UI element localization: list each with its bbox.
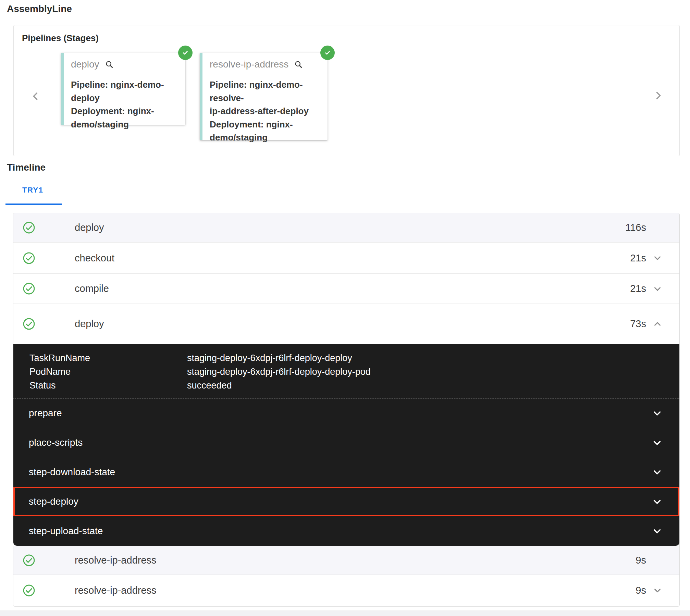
carousel-next-button[interactable] [651,88,666,103]
tab-try1[interactable]: TRY1 [5,182,62,205]
row-label: compile [75,283,109,294]
chevron-up-icon[interactable] [652,318,663,330]
row-duration: 21s [630,252,646,264]
chevron-down-icon[interactable] [652,584,663,596]
field-label: TaskRunName [29,353,187,364]
step-label: prepare [29,408,62,419]
field-value: staging-deploy-6xdpj-r6lrf-deploy-deploy [187,353,352,364]
search-icon[interactable] [104,60,114,69]
row-label: deploy [75,318,104,330]
row-duration: 116s [625,222,646,233]
row-label: resolve-ip-address [75,555,157,566]
row-duration: 21s [630,283,646,294]
step-row-step-upload-state[interactable]: step-upload-state [13,516,679,546]
check-circle-icon [23,252,35,264]
pipelines-stages-panel: Pipelines (Stages) deploy Pipelin [13,25,680,156]
row-duration: 73s [630,318,646,330]
field-value: staging-deploy-6xdpj-r6lrf-deploy-deploy… [187,367,371,377]
stage-card-resolve-ip-address[interactable]: resolve-ip-address Pipeline: nginx-demo-… [200,53,328,140]
stage-card-title: resolve-ip-address [210,59,288,70]
stage-card-line: demo/staging [71,118,180,131]
step-label: step-download-state [29,467,115,478]
taskrun-field: Status succeeded [29,379,679,392]
stage-card-line: Pipeline: nginx-demo-deploy [71,78,180,104]
stage-success-badge-icon [178,46,193,60]
tab-try1-label: TRY1 [22,186,43,195]
stage-card-line: Deployment: nginx- [71,104,180,118]
stage-card-line: demo/staging [210,131,322,144]
check-circle-icon [23,221,35,234]
next-section-edge [0,611,690,616]
timeline-title: Timeline [7,162,46,173]
chevron-down-icon[interactable] [651,407,663,419]
step-row-prepare[interactable]: prepare [13,398,679,428]
step-row-place-scripts[interactable]: place-scripts [13,428,679,457]
stage-card-details: Pipeline: nginx-demo-resolve- ip-address… [210,78,322,144]
timeline-list: deploy 116s checkout 21s compile [13,213,680,607]
check-circle-icon [23,584,35,597]
stage-success-badge-icon [320,46,335,60]
field-label: Status [29,380,187,391]
stages-panel-title: Pipelines (Stages) [22,33,99,44]
chevron-down-icon[interactable] [652,283,663,295]
chevron-left-icon [30,90,41,102]
check-circle-icon [23,282,35,295]
row-label: checkout [75,252,114,264]
timeline-row-stage-deploy: deploy 116s [13,213,679,243]
field-value: succeeded [187,380,232,391]
step-label: step-deploy [29,496,78,507]
chevron-down-icon[interactable] [651,525,663,537]
timeline-row-deploy-expanded[interactable]: deploy 73s [13,304,679,344]
chevron-down-icon[interactable] [651,466,663,478]
row-label: deploy [75,222,104,233]
stage-card-line: Pipeline: nginx-demo-resolve- [210,78,322,104]
step-label: place-scripts [29,437,83,448]
taskrun-field: TaskRunName staging-deploy-6xdpj-r6lrf-d… [29,351,679,365]
taskrun-details-panel: TaskRunName staging-deploy-6xdpj-r6lrf-d… [13,344,679,546]
check-circle-icon [23,554,35,567]
chevron-right-icon [652,90,664,101]
timeline-row-compile[interactable]: compile 21s [13,274,679,304]
row-duration: 9s [636,555,646,566]
taskrun-info: TaskRunName staging-deploy-6xdpj-r6lrf-d… [13,344,679,398]
chevron-down-icon[interactable] [652,252,663,264]
chevron-down-icon[interactable] [651,495,663,508]
taskrun-field: PodName staging-deploy-6xdpj-r6lrf-deplo… [29,365,679,379]
stage-card-title: deploy [71,59,99,70]
field-label: PodName [29,367,187,377]
step-label: step-upload-state [29,526,103,537]
row-label: resolve-ip-address [75,585,157,596]
timeline-row-resolve-ip-address[interactable]: resolve-ip-address 9s [13,575,679,606]
carousel-prev-button[interactable] [28,89,43,104]
step-row-step-deploy[interactable]: step-deploy [13,487,679,516]
check-circle-icon [23,318,35,330]
page-title: AssemblyLine [7,3,72,14]
search-icon[interactable] [294,60,303,69]
row-duration: 9s [636,585,646,596]
assemblyline-page: AssemblyLine Pipelines (Stages) deploy [0,0,690,616]
stage-card-details: Pipeline: nginx-demo-deploy Deployment: … [71,78,180,131]
stage-card-deploy[interactable]: deploy Pipeline: nginx-demo-deploy Deplo… [61,53,185,125]
tab-active-underline [5,204,62,205]
stage-card-line: ip-address-after-deploy [210,104,322,118]
chevron-down-icon[interactable] [651,436,663,449]
stage-card-line: Deployment: nginx- [210,118,322,131]
step-row-step-download-state[interactable]: step-download-state [13,457,679,487]
timeline-row-stage-resolve-ip-address: resolve-ip-address 9s [13,546,679,575]
timeline-row-checkout[interactable]: checkout 21s [13,243,679,274]
